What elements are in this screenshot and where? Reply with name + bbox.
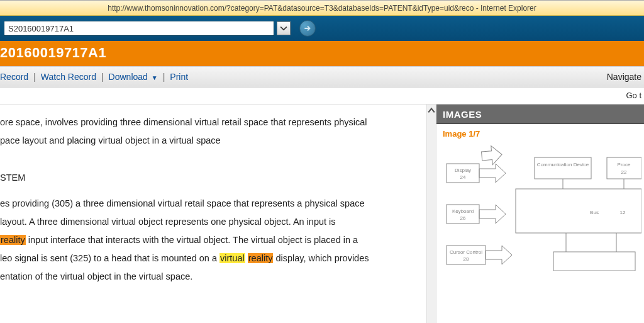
svg-text:28: 28 [464, 256, 469, 262]
browser-nav-bar: S20160019717A1 [0, 16, 644, 41]
svg-text:Cursor Control: Cursor Control [450, 249, 482, 255]
svg-text:12: 12 [620, 210, 626, 215]
record-link[interactable]: Record [0, 72, 28, 82]
svg-text:Communication Device: Communication Device [537, 162, 589, 167]
record-text-pane: ore space, involves providing three dime… [0, 105, 426, 323]
goto-label: Go t [626, 91, 641, 100]
url-text: S20160019717A1 [8, 24, 74, 33]
svg-text:Keyboard: Keyboard [452, 208, 474, 214]
svg-text:26: 26 [460, 215, 466, 221]
goto-row: Go t [0, 88, 644, 104]
chevron-up-icon [428, 107, 435, 115]
highlight-virtual: virtual [219, 253, 245, 263]
go-button[interactable] [299, 20, 316, 37]
arrow-right-icon [303, 24, 312, 33]
print-link[interactable]: Print [170, 72, 188, 82]
scroll-track[interactable] [427, 117, 436, 323]
svg-rect-3 [535, 157, 591, 179]
abstract-fragment: es providing (305) a three dimensional v… [0, 195, 421, 286]
svg-text:Proce: Proce [618, 162, 631, 167]
patent-figure: Display 24 Communication Device Proce 22 [436, 141, 644, 273]
document-id-header: 20160019717A1 [0, 41, 644, 66]
svg-text:Display: Display [455, 167, 471, 173]
separator: | [101, 72, 104, 82]
svg-text:Bus: Bus [590, 210, 599, 215]
svg-text:22: 22 [621, 169, 627, 175]
watch-record-link[interactable]: Watch Record [41, 72, 96, 82]
image-counter[interactable]: Image 1/7 [436, 124, 644, 141]
highlight-reality: reality [0, 235, 26, 245]
chevron-down-icon [280, 25, 287, 32]
highlight-reality: reality [248, 253, 274, 263]
images-header: IMAGES [436, 105, 644, 124]
navigate-label: Navigate [607, 72, 641, 82]
patent-diagram-svg: Display 24 Communication Device Proce 22 [440, 145, 641, 271]
images-panel: IMAGES Image 1/7 Display 24 Communicatio [436, 105, 644, 323]
separator: | [163, 72, 165, 82]
url-dropdown-button[interactable] [277, 21, 291, 35]
source-label: STEM [0, 169, 421, 187]
title-fragment: ore space, involves providing three dime… [0, 113, 421, 150]
window-title: http://www.thomsoninnovation.com/?catego… [0, 1, 644, 16]
svg-rect-5 [607, 157, 641, 179]
svg-rect-19 [553, 252, 635, 271]
svg-text:24: 24 [460, 174, 466, 180]
download-link[interactable]: Download ▼ [109, 72, 158, 82]
scroll-up-button[interactable] [427, 105, 436, 117]
vertical-scrollbar[interactable] [426, 105, 436, 323]
triangle-down-icon: ▼ [152, 74, 158, 81]
record-toolbar: Record | Watch Record | Download ▼ | Pri… [0, 66, 644, 88]
url-input[interactable]: S20160019717A1 [4, 21, 274, 36]
separator: | [33, 72, 36, 82]
